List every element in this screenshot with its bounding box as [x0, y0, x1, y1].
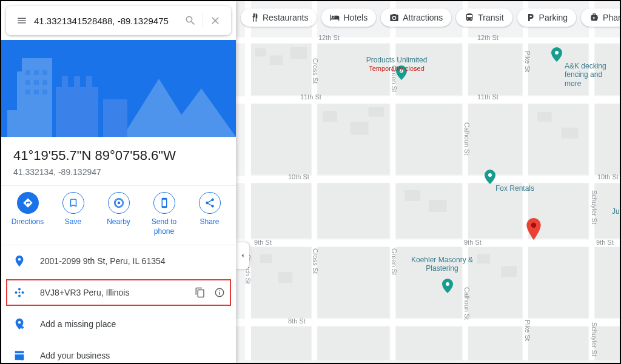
- chip-restaurants[interactable]: Restaurants: [241, 8, 317, 27]
- pluscode-row[interactable]: 8VJ8+VR3 Peru, Illinois: [5, 278, 232, 307]
- svg-rect-37: [395, 104, 462, 174]
- svg-point-23: [15, 291, 17, 294]
- svg-rect-78: [245, 1, 251, 360]
- search-button[interactable]: [178, 8, 203, 33]
- svg-rect-61: [290, 47, 307, 59]
- svg-rect-7: [62, 76, 68, 88]
- chip-attractions[interactable]: Attractions: [381, 8, 451, 27]
- svg-rect-70: [562, 128, 579, 139]
- street-pike: Pike St: [524, 320, 531, 341]
- svg-point-24: [21, 291, 24, 294]
- svg-point-86: [488, 173, 492, 177]
- svg-rect-13: [42, 70, 47, 75]
- street-10th: 10th St: [597, 173, 619, 180]
- app-root: 41°19'55.7"N 89°07'58.6"W 41.332134, -89…: [1, 1, 620, 363]
- nearby-icon: [113, 197, 124, 208]
- svg-rect-65: [404, 190, 420, 201]
- svg-rect-15: [34, 80, 39, 85]
- svg-rect-3: [7, 110, 21, 137]
- hamburger-icon: [16, 15, 27, 26]
- poi-ak-decking[interactable]: A&K decking fencing and more: [565, 62, 619, 88]
- svg-rect-10: [103, 99, 127, 137]
- svg-rect-9: [86, 76, 92, 88]
- add-business-row[interactable]: Add your business: [1, 340, 236, 363]
- chip-label: Restaurants: [263, 13, 308, 22]
- svg-rect-17: [25, 90, 30, 94]
- share-icon: [204, 197, 215, 208]
- chip-label: Pharmacies: [603, 13, 620, 22]
- bookmark-icon: [68, 197, 79, 208]
- chip-parking[interactable]: Parking: [517, 8, 576, 27]
- svg-rect-68: [501, 266, 517, 277]
- add-place-row[interactable]: Add a missing place: [1, 308, 236, 340]
- svg-rect-60: [270, 55, 283, 65]
- send-to-phone-button[interactable]: Send to phone: [144, 192, 185, 236]
- svg-rect-40: [594, 104, 620, 174]
- close-icon: [209, 15, 221, 27]
- collapse-sidebar-button[interactable]: [236, 242, 249, 269]
- search-input[interactable]: [34, 16, 178, 26]
- poi-marker[interactable]: [485, 170, 495, 184]
- svg-rect-72: [278, 272, 293, 283]
- nearby-button[interactable]: Nearby: [98, 192, 139, 236]
- street-cross: Cross St: [312, 248, 319, 274]
- svg-rect-59: [255, 48, 266, 57]
- pluscode-icon: [13, 286, 26, 299]
- add-place-text: Add a missing place: [40, 319, 225, 329]
- poi-marker[interactable]: [551, 47, 562, 62]
- chip-pharmacies[interactable]: Pharmacies: [581, 8, 620, 27]
- svg-point-87: [446, 282, 449, 286]
- svg-rect-1: [22, 58, 52, 137]
- chip-label: Parking: [539, 13, 568, 22]
- menu-button[interactable]: [10, 8, 34, 33]
- phone-icon: [159, 197, 170, 208]
- pharmacy-icon: [589, 13, 599, 22]
- copy-icon[interactable]: [195, 287, 206, 298]
- svg-rect-51: [528, 247, 588, 317]
- directions-button[interactable]: Directions: [7, 192, 49, 236]
- poi-fox-rentals[interactable]: Fox Rentals: [495, 184, 544, 193]
- dropped-pin[interactable]: [526, 218, 542, 240]
- hero-banner: [1, 40, 236, 137]
- restaurant-icon: [249, 13, 259, 22]
- svg-rect-54: [317, 326, 389, 361]
- clear-button[interactable]: [203, 8, 227, 33]
- poi-jus[interactable]: Jus: [612, 207, 620, 216]
- street-8th: 8th St: [288, 317, 306, 325]
- address-row[interactable]: 2001-2099 9th St, Peru, IL 61354: [1, 245, 236, 277]
- store-icon: [13, 349, 26, 362]
- svg-rect-66: [429, 200, 447, 212]
- search-icon: [184, 15, 196, 27]
- street-9th: 9th St: [254, 239, 272, 246]
- map-canvas[interactable]: Restaurants Hotels Attractions Transit P…: [236, 1, 620, 363]
- poi-marker[interactable]: [442, 279, 453, 293]
- svg-rect-16: [42, 80, 47, 85]
- hotel-icon: [330, 13, 340, 22]
- svg-rect-11: [25, 70, 30, 75]
- share-button[interactable]: Share: [189, 192, 230, 236]
- street-schuyler: Schuyler St: [591, 322, 598, 356]
- chip-transit[interactable]: Transit: [456, 8, 512, 27]
- street-pike: Pike St: [524, 51, 531, 72]
- street-12th: 12th St: [477, 34, 498, 41]
- skyline-illustration: [1, 52, 236, 137]
- street-calhoun: Calhoun St: [463, 122, 471, 155]
- street-10th: 10th St: [288, 173, 309, 180]
- svg-point-25: [18, 295, 21, 297]
- decimal-coordinates: 41.332134, -89.132947: [13, 167, 224, 177]
- info-icon[interactable]: [214, 287, 225, 298]
- svg-rect-74: [236, 96, 620, 104]
- send-label: Send to phone: [144, 217, 185, 236]
- save-button[interactable]: Save: [53, 192, 94, 236]
- poi-products-unlimited[interactable]: Products UnlimitedTemporarily closed: [357, 56, 436, 73]
- chip-label: Transit: [478, 13, 503, 22]
- svg-rect-38: [468, 104, 522, 174]
- svg-rect-41: [251, 183, 311, 238]
- chip-hotels[interactable]: Hotels: [321, 8, 376, 27]
- poi-koehler[interactable]: Koehler Masonry & Plastering: [406, 256, 478, 273]
- svg-rect-76: [236, 240, 620, 247]
- svg-rect-12: [34, 70, 39, 75]
- address-text: 2001-2099 9th St, Peru, IL 61354: [40, 256, 225, 266]
- sidebar: 41°19'55.7"N 89°07'58.6"W 41.332134, -89…: [1, 1, 236, 363]
- coordinates-block: 41°19'55.7"N 89°07'58.6"W 41.332134, -89…: [1, 137, 236, 186]
